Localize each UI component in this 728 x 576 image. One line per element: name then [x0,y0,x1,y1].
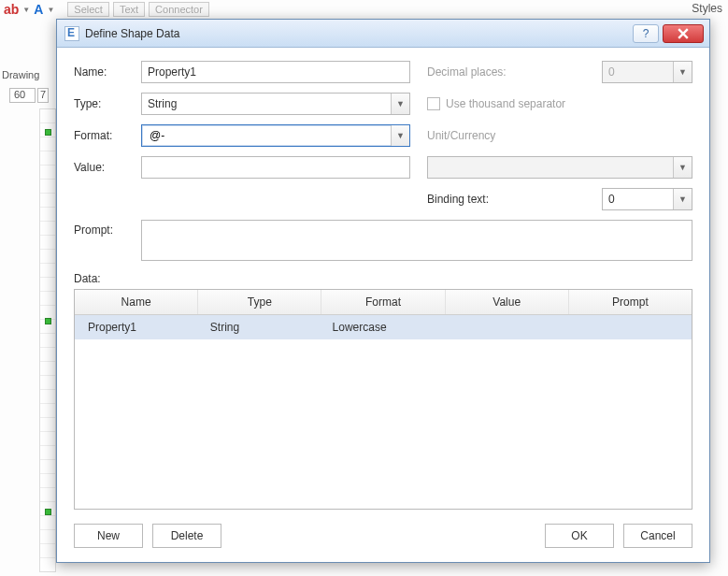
connector-tool[interactable]: Connector [149,2,209,17]
dialog-footer: New Delete OK Cancel [74,519,692,562]
grid-header: Name Type Format Value Prompt [75,290,692,315]
cell-type: String [203,315,325,339]
value-label: Value: [74,161,141,174]
close-icon [678,28,689,39]
data-grid[interactable]: Name Type Format Value Prompt Property1 … [74,289,692,510]
shape-handle[interactable] [45,129,51,136]
cell-name: Property1 [75,315,203,339]
close-button[interactable] [663,24,704,43]
name-input[interactable] [141,61,410,83]
ribbon-fragment: ab▼ A▼ Select Text Connector [0,0,728,19]
type-combo[interactable]: String ▼ [141,93,410,115]
titlebar[interactable]: Define Shape Data ? [57,20,709,48]
select-tool[interactable]: Select [67,2,109,17]
table-row[interactable]: Property1 String Lowercase [75,315,692,339]
unit-currency-combo: ▼ [427,156,692,179]
col-name[interactable]: Name [75,290,198,314]
styles-label: Styles [692,2,722,15]
chevron-down-icon: ▼ [673,157,692,178]
app-icon [64,26,79,41]
shape-handle[interactable] [45,509,51,515]
chevron-down-icon[interactable]: ▼ [391,94,409,114]
vertical-ruler [39,108,56,572]
col-prompt[interactable]: Prompt [569,290,692,314]
data-label: Data: [74,272,692,285]
ok-button[interactable]: OK [545,524,614,548]
thousand-separator-checkbox [427,97,440,110]
thousand-separator-label: Use thousand separator [446,97,565,110]
col-format[interactable]: Format [321,290,445,314]
type-value: String [148,97,177,110]
unit-currency-label: Unit/Currency [427,129,495,142]
format-label: Format: [74,129,141,142]
chevron-down-icon[interactable]: ▼ [391,125,409,146]
prompt-label: Prompt: [74,220,141,237]
drawing-panel-label: Drawing [2,69,39,80]
dialog-title: Define Shape Data [85,27,629,40]
prompt-input[interactable] [141,220,692,261]
help-button[interactable]: ? [633,24,659,43]
new-button[interactable]: New [74,524,143,548]
font-icon: A [34,2,43,17]
shape-handle[interactable] [45,318,51,324]
chevron-down-icon: ▼ [673,62,692,82]
col-value[interactable]: Value [446,290,569,314]
chevron-down-icon[interactable]: ▼ [673,189,692,209]
name-label: Name: [74,65,141,79]
value-input[interactable] [141,156,410,179]
page-width-field[interactable]: 60 [9,88,36,103]
cell-value [447,315,569,339]
decimal-places-label: Decimal places: [427,65,539,79]
decimal-places-value: 0 [608,65,615,79]
format-combo[interactable]: ▼ [141,124,410,147]
binding-text-label: Binding text: [427,193,539,206]
decimal-places-combo: 0 ▼ [602,61,692,83]
binding-text-combo[interactable]: 0 ▼ [602,188,692,210]
text-tool[interactable]: Text [113,2,145,17]
cancel-button[interactable]: Cancel [623,524,692,548]
cell-format: Lowercase [325,315,448,339]
cell-prompt [569,315,692,339]
type-label: Type: [74,97,141,110]
col-type[interactable]: Type [198,290,321,314]
page-height-field[interactable]: 7 [37,88,49,103]
font-color-icon: ab [4,2,19,17]
binding-text-value: 0 [608,193,615,206]
delete-button[interactable]: Delete [152,524,221,548]
define-shape-data-dialog: Define Shape Data ? Name: Decimal places… [56,19,710,563]
format-input[interactable] [148,128,389,143]
